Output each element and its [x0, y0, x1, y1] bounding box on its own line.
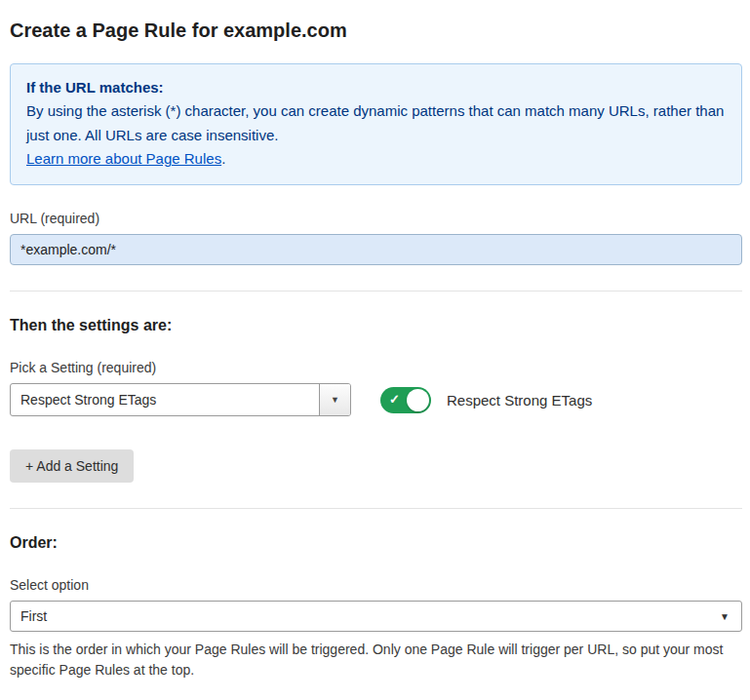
- order-heading: Order:: [10, 534, 742, 552]
- url-match-info-box: If the URL matches: By using the asteris…: [10, 63, 742, 185]
- url-label: URL (required): [10, 211, 742, 226]
- page-rule-form: Create a Page Rule for example.com If th…: [0, 0, 750, 700]
- etags-toggle[interactable]: ✓: [380, 387, 431, 413]
- info-box-body: By using the asterisk (*) character, you…: [26, 99, 726, 147]
- order-help-text: This is the order in which your Page Rul…: [10, 640, 742, 681]
- setting-row: Respect Strong ETags ▼ ✓ Respect Strong …: [10, 383, 742, 416]
- settings-heading: Then the settings are:: [10, 317, 742, 334]
- divider: [10, 508, 742, 509]
- add-setting-button[interactable]: + Add a Setting: [10, 449, 134, 483]
- info-box-link-row: Learn more about Page Rules.: [26, 147, 726, 171]
- order-select[interactable]: First ▼: [10, 601, 742, 632]
- toggle-knob: [407, 389, 429, 411]
- url-input[interactable]: [10, 234, 742, 265]
- toggle-label: Respect Strong ETags: [447, 392, 592, 408]
- order-select-value: First: [20, 608, 47, 624]
- learn-more-link[interactable]: Learn more about Page Rules: [26, 150, 221, 167]
- info-box-heading: If the URL matches:: [26, 76, 726, 99]
- page-title: Create a Page Rule for example.com: [10, 19, 742, 42]
- etags-toggle-group: ✓ Respect Strong ETags: [380, 387, 592, 413]
- setting-select[interactable]: Respect Strong ETags ▼: [10, 383, 351, 416]
- divider: [10, 291, 742, 292]
- link-suffix: .: [221, 150, 225, 167]
- dropdown-arrow-icon: ▼: [331, 395, 339, 405]
- pick-setting-label: Pick a Setting (required): [10, 360, 742, 375]
- order-select-label: Select option: [10, 577, 742, 593]
- setting-select-value: Respect Strong ETags: [11, 384, 319, 415]
- setting-select-dropdown-button[interactable]: ▼: [319, 384, 350, 415]
- toggle-check-icon: ✓: [389, 392, 400, 407]
- chevron-down-icon: ▼: [720, 611, 730, 622]
